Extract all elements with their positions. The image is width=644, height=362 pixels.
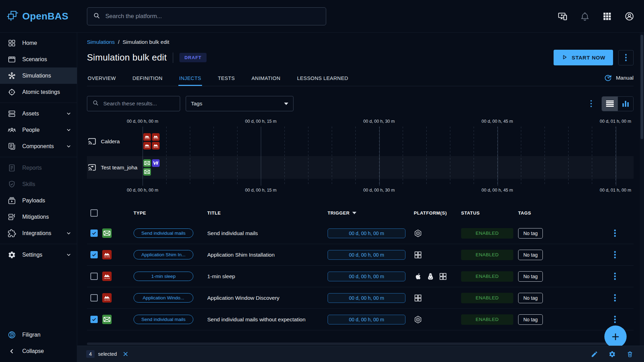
inject-type-chip[interactable]: Application Windo... — [134, 293, 193, 303]
list-view-button[interactable] — [602, 97, 618, 111]
tags-filter-select[interactable]: Tags — [186, 96, 293, 111]
filter-kebab-icon[interactable] — [590, 100, 592, 107]
inject-type-chip[interactable]: Application Shim In... — [134, 250, 193, 259]
sidebar-item-home[interactable]: Home — [0, 35, 77, 51]
inject-title: Send individual mails — [207, 230, 328, 236]
devices-icon[interactable] — [558, 11, 567, 21]
start-now-button[interactable]: START NOW — [554, 50, 613, 65]
channel-inject-icon[interactable] — [152, 159, 160, 167]
macos-platform-icon — [414, 272, 422, 281]
timeline-row-name: Test team_joha — [101, 164, 137, 171]
brand[interactable]: OpenBAS — [0, 9, 77, 23]
sidebar-item-atomic-testings[interactable]: Atomic testings — [0, 84, 77, 100]
table-row[interactable]: CALDERA Application Windo... Application… — [87, 287, 634, 309]
tab-definition[interactable]: DEFINITION — [132, 71, 163, 86]
email-inject-icon[interactable] — [143, 159, 151, 167]
sidebar-item-simulations[interactable]: Simulations — [0, 67, 77, 84]
caldera-inject-icon[interactable]: CALDERA — [143, 133, 151, 141]
sidebar-item-mitigations[interactable]: Mitigations — [0, 209, 77, 225]
row-checkbox-checked[interactable] — [90, 230, 98, 237]
row-checkbox[interactable] — [90, 273, 98, 280]
platforms-cell — [414, 315, 461, 324]
sidebar-item-components[interactable]: Components — [0, 138, 77, 154]
inject-title: 1-min sleep — [207, 273, 328, 280]
trigger-chip[interactable]: 00 d, 00 h, 00 m — [328, 293, 405, 303]
gear-icon — [8, 251, 16, 259]
caldera-inject-icon[interactable]: CALDERA — [152, 133, 160, 141]
column-header-type[interactable]: TYPE — [124, 210, 207, 216]
sidebar-item-people[interactable]: People — [0, 122, 77, 138]
column-header-platforms[interactable]: PLATFORM(S) — [414, 210, 461, 216]
sidebar-collapse[interactable]: Collapse — [0, 343, 77, 359]
sidebar-item-settings[interactable]: Settings — [0, 247, 77, 263]
delete-trash-icon[interactable] — [626, 351, 634, 358]
add-inject-fab[interactable]: + — [604, 325, 627, 348]
row-checkbox-checked[interactable] — [90, 251, 98, 258]
sidebar-item-scenarios[interactable]: Scenarios — [0, 51, 77, 67]
table-row[interactable]: CALDERA 1-min sleep 1-min sleep 00 d, 00… — [87, 266, 634, 287]
platform-search-input[interactable] — [105, 13, 320, 20]
bulk-update-gear-icon[interactable] — [609, 351, 616, 358]
row-kebab-icon[interactable] — [614, 294, 634, 301]
results-search[interactable] — [87, 96, 180, 111]
vertical-scrollbar[interactable] — [640, 33, 644, 362]
sidebar-item-filigran[interactable]: Filigran — [0, 327, 77, 343]
email-inject-icon[interactable] — [143, 168, 151, 176]
row-checkbox-checked[interactable] — [90, 316, 98, 323]
column-header-status[interactable]: STATUS — [461, 210, 518, 216]
select-all-checkbox[interactable] — [90, 209, 98, 217]
table-row[interactable]: Send individual mails Send individual ma… — [87, 309, 634, 330]
chart-view-button[interactable] — [618, 97, 633, 111]
sidebar-item-assets[interactable]: Assets — [0, 105, 77, 122]
sidebar-item-skills[interactable]: Skills — [0, 176, 77, 192]
simulation-menu-button[interactable] — [618, 50, 634, 65]
tab-injects[interactable]: INJECTS — [178, 71, 202, 86]
edit-pencil-icon[interactable] — [591, 351, 598, 358]
row-kebab-icon[interactable] — [614, 316, 634, 323]
column-header-title[interactable]: TITLE — [207, 210, 328, 216]
caldera-inject-icon[interactable]: CALDERA — [152, 142, 160, 150]
status-badge: ENABLED — [461, 293, 513, 303]
caldera-inject-icon[interactable]: CALDERA — [143, 142, 151, 150]
table-row[interactable]: CALDERA Application Shim In... Applicati… — [87, 244, 634, 266]
notifications-bell-icon[interactable] — [580, 11, 590, 21]
update-clock-icon[interactable] — [604, 73, 612, 82]
row-kebab-icon[interactable] — [614, 273, 634, 280]
inject-type-chip[interactable]: Send individual mails — [134, 315, 193, 324]
row-kebab-icon[interactable] — [614, 230, 634, 237]
inject-type-chip[interactable]: Send individual mails — [134, 228, 193, 238]
global-search[interactable] — [87, 7, 326, 25]
results-search-input[interactable] — [103, 100, 175, 107]
trigger-chip[interactable]: 00 d, 00 h, 00 m — [328, 250, 405, 260]
horizontal-scrollbar[interactable] — [87, 343, 622, 345]
sidebar-item-label: Settings — [22, 252, 42, 258]
column-header-tags[interactable]: TAGS — [518, 210, 610, 216]
apps-grid-icon[interactable] — [602, 11, 612, 21]
column-header-trigger[interactable]: TRIGGER — [328, 210, 414, 216]
tag-chip: No tag — [518, 293, 543, 303]
sidebar-item-payloads[interactable]: Payloads — [0, 192, 77, 209]
axis-tick-label: 00 d, 00 h, 00 m — [127, 119, 158, 124]
inject-type-chip[interactable]: 1-min sleep — [134, 272, 193, 281]
trigger-chip[interactable]: 00 d, 00 h, 00 m — [328, 315, 405, 324]
account-circle-icon[interactable] — [625, 11, 634, 21]
breadcrumb-simulations-link[interactable]: Simulations — [87, 39, 115, 45]
trigger-chip[interactable]: 00 d, 00 h, 00 m — [328, 228, 405, 238]
row-checkbox[interactable] — [90, 294, 98, 301]
tab-lessons-learned[interactable]: LESSONS LEARNED — [296, 71, 349, 86]
column-header-trigger-label: TRIGGER — [328, 210, 349, 216]
close-icon[interactable] — [122, 351, 129, 357]
row-kebab-icon[interactable] — [614, 251, 634, 258]
tab-animation[interactable]: ANIMATION — [251, 71, 281, 86]
status-badge: ENABLED — [461, 250, 513, 260]
timeline-items-caldera: CALDERA CALDERA CALDERA CALDERA — [143, 133, 160, 150]
tab-tests[interactable]: TESTS — [217, 71, 236, 86]
sidebar-item-integrations[interactable]: Integrations — [0, 225, 77, 241]
inject-title: Application Window Discovery — [207, 295, 328, 301]
table-row[interactable]: Send individual mails Send individual ma… — [87, 223, 634, 244]
sidebar-item-reports[interactable]: Reports — [0, 160, 77, 176]
tab-overview[interactable]: OVERVIEW — [87, 71, 116, 86]
timeline-body: Caldera CALDERA CALDERA CALDERA — [87, 127, 634, 186]
trigger-chip[interactable]: 00 d, 00 h, 00 m — [328, 272, 405, 281]
shield-check-icon — [8, 180, 16, 188]
